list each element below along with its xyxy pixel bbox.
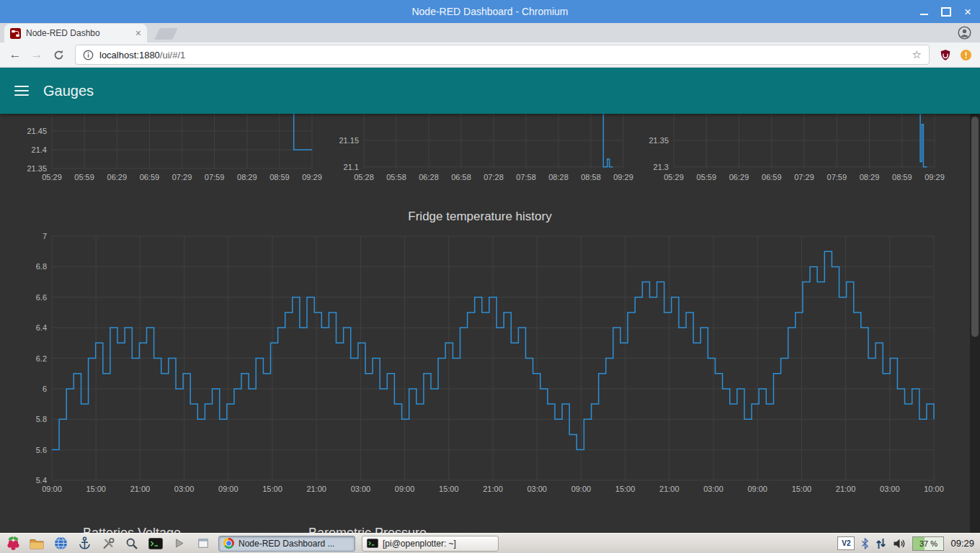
svg-text:5.8: 5.8 <box>36 415 47 423</box>
svg-text:09:29: 09:29 <box>925 173 945 181</box>
magnifier-icon[interactable] <box>123 535 141 552</box>
svg-text:21.35: 21.35 <box>27 164 47 173</box>
cpu-usage-meter[interactable]: 37 % <box>912 536 944 551</box>
close-icon[interactable]: × <box>964 6 971 17</box>
maximize-icon[interactable] <box>941 7 951 17</box>
site-info-icon[interactable] <box>83 50 94 60</box>
tab-close-icon[interactable]: × <box>135 27 141 39</box>
svg-text:08:59: 08:59 <box>270 173 290 181</box>
address-bar[interactable]: localhost:1880/ui/#/1 ☆ <box>75 45 930 65</box>
svg-text:06:58: 06:58 <box>451 173 471 181</box>
battery-chart-1-plot: 05:2905:5906:2906:5907:2907:5908:2908:59… <box>22 114 316 186</box>
url-host: localhost:1880 <box>99 50 160 60</box>
taskbar-window-chromium[interactable]: Node-RED Dashboard ... <box>218 536 355 552</box>
bluetooth-icon[interactable] <box>861 538 869 549</box>
window-titlebar: Node-RED Dashboard - Chromium × <box>0 0 980 23</box>
battery-chart-2: 05:2805:5806:2806:5807:2807:5808:2808:58… <box>334 114 627 186</box>
scrollbar-thumb[interactable] <box>971 117 979 337</box>
new-tab-button[interactable] <box>154 28 177 40</box>
batteries-voltage-title: Batteries Voltage <box>83 526 181 533</box>
svg-text:08:29: 08:29 <box>860 173 880 181</box>
tools-icon[interactable] <box>99 535 117 552</box>
svg-text:21.15: 21.15 <box>339 136 359 145</box>
svg-text:15:00: 15:00 <box>439 485 459 493</box>
svg-text:05:28: 05:28 <box>354 173 374 181</box>
window-controls: × <box>920 0 971 23</box>
network-arrows-icon[interactable] <box>876 538 886 549</box>
menu-hamburger-icon[interactable] <box>14 86 29 96</box>
svg-text:21:00: 21:00 <box>306 485 326 493</box>
dashboard-content: 05:2905:5906:2906:5907:2907:5908:2908:59… <box>0 114 970 533</box>
svg-text:08:28: 08:28 <box>548 173 569 181</box>
tab-strip: Node-RED Dashbo × <box>0 23 980 42</box>
svg-text:08:59: 08:59 <box>892 173 912 181</box>
clock[interactable]: 09:29 <box>950 538 974 549</box>
window-icon[interactable] <box>195 535 212 552</box>
cpu-usage-label: 37 % <box>919 539 937 548</box>
svg-text:6.8: 6.8 <box>36 262 47 271</box>
svg-text:6.6: 6.6 <box>36 293 47 302</box>
web-browser-globe-icon[interactable] <box>52 535 69 552</box>
svg-text:03:00: 03:00 <box>351 485 371 493</box>
terminal-launcher-icon[interactable] <box>147 535 164 552</box>
svg-text:09:00: 09:00 <box>571 485 592 493</box>
svg-text:03:00: 03:00 <box>703 485 723 493</box>
svg-text:07:59: 07:59 <box>827 173 847 181</box>
svg-text:21.45: 21.45 <box>27 127 47 135</box>
system-tray: V2 37 % 09:29 <box>837 536 976 551</box>
svg-text:05:58: 05:58 <box>386 173 406 181</box>
svg-text:09:00: 09:00 <box>747 485 767 493</box>
svg-text:15:00: 15:00 <box>86 485 106 493</box>
chromium-icon <box>223 538 234 549</box>
svg-text:06:28: 06:28 <box>419 173 439 181</box>
svg-text:05:59: 05:59 <box>74 173 94 181</box>
svg-text:03:00: 03:00 <box>880 485 900 493</box>
svg-text:03:00: 03:00 <box>527 485 547 493</box>
volume-icon[interactable] <box>893 538 906 549</box>
task-window-label: [pi@openplotter: ~] <box>383 539 456 549</box>
back-icon[interactable]: ← <box>6 45 24 64</box>
svg-text:06:59: 06:59 <box>140 173 160 181</box>
ublock-extension-icon[interactable] <box>937 46 954 63</box>
svg-text:09:00: 09:00 <box>395 485 415 493</box>
barometric-pressure-title: Barometric Pressure <box>308 526 427 533</box>
profile-icon[interactable] <box>958 26 971 40</box>
svg-text:07:59: 07:59 <box>205 173 225 181</box>
browser-tab[interactable]: Node-RED Dashbo × <box>4 24 147 42</box>
svg-text:5.4: 5.4 <box>36 476 47 485</box>
browser-toolbar: ← → localhost:1880/ui/#/1 ☆ <box>0 42 980 68</box>
svg-text:5.6: 5.6 <box>36 446 47 454</box>
opencpn-anchor-icon[interactable] <box>76 535 93 552</box>
taskbar-window-terminal[interactable]: [pi@openplotter: ~] <box>362 536 499 552</box>
page-scrollbar[interactable] <box>970 114 980 533</box>
play-icon[interactable] <box>171 535 188 552</box>
fridge-chart-plot: 09:0015:0021:0003:0009:0015:0021:0003:00… <box>22 229 938 500</box>
bookmark-star-icon[interactable]: ☆ <box>912 48 922 61</box>
svg-text:06:29: 06:29 <box>107 173 128 181</box>
svg-text:03:00: 03:00 <box>174 485 195 493</box>
minimize-icon[interactable] <box>920 8 928 15</box>
raspberry-menu-icon[interactable] <box>4 535 22 552</box>
battery-chart-1: 05:2905:5906:2906:5907:2907:5908:2908:59… <box>22 114 316 186</box>
svg-text:07:29: 07:29 <box>794 173 814 181</box>
vnc-icon[interactable]: V2 <box>837 536 855 550</box>
svg-text:6.4: 6.4 <box>36 323 47 332</box>
svg-text:10:00: 10:00 <box>924 485 944 493</box>
browser-menu-icon[interactable] <box>957 46 974 63</box>
svg-text:15:00: 15:00 <box>262 485 282 493</box>
svg-text:09:00: 09:00 <box>218 485 239 493</box>
file-manager-icon[interactable] <box>28 535 45 552</box>
svg-text:21:00: 21:00 <box>836 485 856 493</box>
forward-icon[interactable]: → <box>27 45 46 64</box>
svg-text:15:00: 15:00 <box>792 485 812 493</box>
svg-text:05:59: 05:59 <box>697 173 717 181</box>
svg-text:06:59: 06:59 <box>762 173 782 181</box>
svg-text:05:29: 05:29 <box>42 173 62 181</box>
svg-text:07:28: 07:28 <box>484 173 504 181</box>
reload-icon[interactable] <box>49 45 68 64</box>
svg-text:7: 7 <box>43 232 47 240</box>
terminal-window-icon <box>367 539 378 548</box>
svg-text:15:00: 15:00 <box>615 485 636 493</box>
svg-text:21.4: 21.4 <box>32 145 47 154</box>
svg-text:05:29: 05:29 <box>664 173 684 181</box>
